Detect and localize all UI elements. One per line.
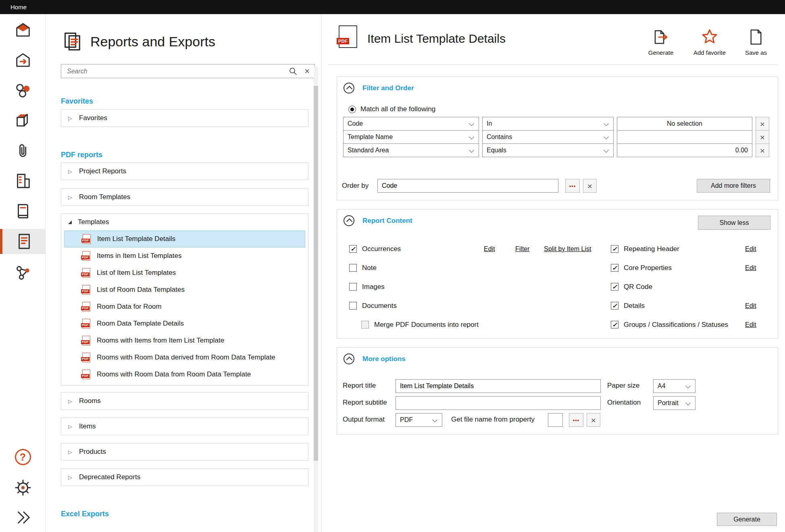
show-less-button[interactable]: Show less	[698, 216, 770, 230]
paper-size-select[interactable]: A4	[653, 379, 695, 393]
generate-toolbar-button[interactable]: Generate	[637, 29, 685, 56]
list-item-label: List of Room Data Templates	[97, 286, 185, 294]
operator-select[interactable]: In	[482, 117, 614, 131]
report-title-input[interactable]	[396, 379, 601, 393]
pdf-report-icon: PDF	[339, 25, 357, 48]
edit-link[interactable]: Edit	[745, 264, 756, 272]
remove-filter-button[interactable]: ×	[756, 117, 769, 131]
checkbox-label: Images	[362, 283, 385, 291]
filename-property-input[interactable]	[548, 413, 563, 427]
list-item[interactable]: PDF Rooms with Room Data derived from Ro…	[64, 349, 305, 366]
add-favorite-button[interactable]: Add favorite	[685, 29, 734, 56]
collapse-section-button[interactable]	[344, 353, 354, 364]
nav-network-button[interactable]	[0, 260, 46, 285]
filter-value-field[interactable]: No selection	[617, 117, 752, 131]
list-item[interactable]: PDF List of Item List Templates	[64, 264, 305, 281]
core-properties-checkbox[interactable]: ✓	[611, 264, 618, 272]
list-item[interactable]: PDF Rooms with Items from Item List Temp…	[64, 332, 305, 349]
page-title: Reports and Exports	[90, 34, 215, 50]
main-content: PDF Item List Template Details Generate …	[322, 14, 785, 532]
list-item[interactable]: PDF List of Room Data Templates	[64, 281, 305, 298]
images-checkbox[interactable]	[349, 283, 357, 291]
group-label: Rooms	[79, 397, 101, 405]
close-icon: ×	[591, 416, 596, 424]
group-favorites[interactable]: ▷ Favorites	[61, 109, 308, 127]
nav-model-button[interactable]	[0, 17, 46, 42]
nav-products-button[interactable]	[0, 78, 46, 103]
scrollbar-thumb[interactable]	[314, 86, 318, 461]
field-select[interactable]: Template Name	[343, 130, 479, 144]
collapse-section-button[interactable]	[344, 215, 354, 226]
expander-icon: ▷	[68, 115, 73, 121]
merge-pdf-checkbox[interactable]	[361, 321, 369, 328]
collapse-section-button[interactable]	[344, 83, 354, 94]
remove-filter-button[interactable]: ×	[756, 143, 769, 157]
save-as-button[interactable]: Save as	[732, 29, 780, 56]
group-templates-header[interactable]: Templates	[61, 214, 308, 231]
filter-value-field[interactable]	[617, 130, 752, 144]
qr-code-checkbox[interactable]: ✓	[611, 283, 618, 291]
group-room-templates[interactable]: ▷ Room Templates	[61, 188, 308, 206]
documents-checkbox[interactable]	[349, 302, 357, 310]
clear-filename-property-button[interactable]: ×	[587, 413, 600, 427]
group-label: Products	[79, 448, 106, 456]
search-input[interactable]	[67, 68, 282, 75]
edit-link[interactable]: Edit	[745, 321, 756, 328]
operator-select[interactable]: Equals	[482, 143, 614, 157]
nav-attachments-button[interactable]	[0, 138, 46, 163]
filter-link[interactable]: Filter	[515, 245, 530, 253]
edit-link[interactable]: Edit	[484, 245, 495, 253]
filter-value-field[interactable]: 0.00	[617, 143, 752, 157]
list-item[interactable]: PDF Room Data Template Details	[64, 315, 305, 332]
group-project-reports[interactable]: ▷ Project Reports	[61, 162, 308, 180]
group-products[interactable]: ▷ Products	[61, 443, 308, 461]
reports-panel: Reports and Exports × Favorites ▷ Favori…	[46, 14, 322, 532]
settings-button[interactable]	[0, 475, 46, 500]
split-by-item-list-link[interactable]: Split by Item List	[544, 245, 591, 253]
group-rooms[interactable]: ▷ Rooms	[61, 392, 308, 410]
clear-search-icon[interactable]: ×	[304, 67, 310, 76]
list-item[interactable]: PDF Items in Item List Templates	[64, 247, 305, 264]
groups-classifications-checkbox[interactable]: ✓	[611, 321, 618, 328]
scrollbar[interactable]	[314, 66, 318, 532]
operator-select[interactable]: Contains	[482, 130, 614, 144]
order-by-label: Order by	[342, 182, 369, 190]
remove-filter-button[interactable]: ×	[756, 130, 769, 144]
order-by-input[interactable]	[377, 179, 558, 193]
match-all-radio[interactable]	[348, 106, 356, 113]
list-item[interactable]: PDF Room Data for Room	[64, 298, 305, 315]
documents-stack-icon	[62, 31, 83, 52]
note-checkbox[interactable]	[349, 264, 357, 272]
field-select[interactable]: Code	[343, 117, 479, 131]
group-deprecated-reports[interactable]: ▷ Deprecated Reports	[61, 468, 308, 486]
collapse-rail-button[interactable]	[0, 505, 46, 530]
details-checkbox[interactable]: ✓	[611, 302, 618, 310]
report-subtitle-input[interactable]	[396, 396, 601, 410]
generate-button[interactable]: Generate	[717, 513, 777, 526]
list-item-selected[interactable]: PDF Item List Template Details	[64, 231, 305, 247]
occurrences-checkbox[interactable]: ✓	[349, 245, 357, 253]
search-icon[interactable]	[288, 66, 298, 76]
home-menu[interactable]: Home	[10, 4, 27, 10]
checkbox-label: Repeating Header	[624, 245, 679, 253]
help-button[interactable]: ?	[0, 445, 46, 470]
orientation-select[interactable]: Portrait	[653, 396, 695, 410]
nav-reports-button[interactable]	[0, 229, 46, 254]
nav-project-button[interactable]	[0, 168, 46, 193]
nav-rooms-button[interactable]	[0, 48, 46, 73]
group-items[interactable]: ▷ Items	[61, 418, 308, 435]
nav-catalog-button[interactable]	[0, 199, 46, 224]
filename-property-more-button[interactable]: •••	[569, 413, 583, 427]
repeating-header-checkbox[interactable]: ✓	[611, 245, 618, 253]
ellipsis-icon: •••	[573, 417, 580, 423]
nav-items-button[interactable]	[0, 108, 46, 133]
clear-order-button[interactable]: ×	[583, 179, 597, 193]
group-label: Deprecated Reports	[79, 473, 140, 481]
edit-link[interactable]: Edit	[745, 245, 756, 253]
field-select[interactable]: Standard Area	[343, 143, 479, 157]
edit-link[interactable]: Edit	[745, 302, 756, 310]
add-more-filters-button[interactable]: Add more filters	[697, 179, 770, 193]
list-item[interactable]: PDF Rooms with Room Data from Room Data …	[64, 366, 305, 383]
output-format-select[interactable]: PDF	[396, 413, 442, 427]
order-by-more-button[interactable]: •••	[565, 179, 580, 193]
